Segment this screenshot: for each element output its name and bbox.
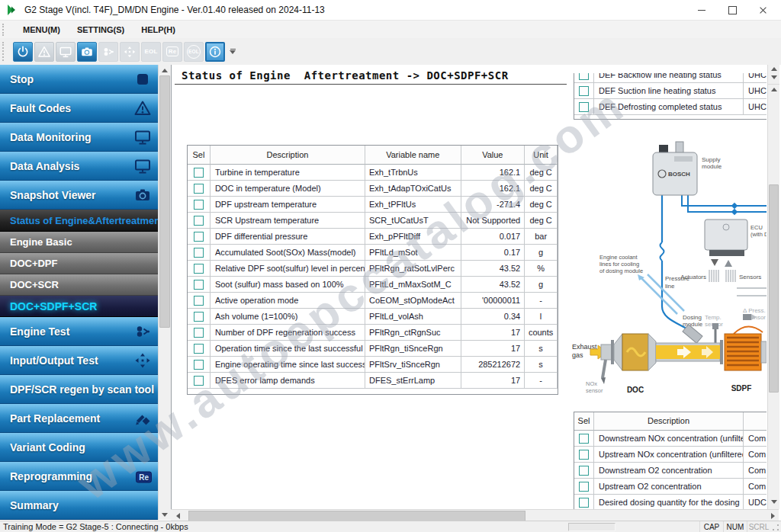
sidebar-item-data-analysis[interactable]: Data Analysis [0,152,158,181]
row-checkbox[interactable] [579,102,589,112]
toolbar-button-engine-test[interactable] [98,42,118,62]
sidebar-item-engine-test[interactable]: Engine Test [0,317,158,346]
toolbar-button-eol-2[interactable]: EOL [184,42,204,62]
sidebar-item-reprogramming[interactable]: Reprogramming Re [0,462,158,491]
toolbar-button-info[interactable] [205,42,225,62]
toolbar-button-data-monitoring[interactable] [56,42,76,62]
sidebar-item-dpf-scr-regen[interactable]: DPF/SCR regen by scan tool [0,375,158,404]
close-button[interactable] [747,0,778,20]
row-checkbox[interactable] [579,73,589,80]
row-value: 162.1 [461,165,525,181]
sidebar-item-fault-codes[interactable]: Fault Codes [0,94,158,123]
sidebar-item-status-engine-aftertreatment[interactable]: Status of Engine&Aftertreatment [0,210,158,232]
sidebar-item-doc-scr[interactable]: DOC+SCR [0,274,158,296]
sidebar-scroll-down-icon[interactable] [159,509,171,520]
right-scroll-thumb[interactable] [769,184,779,393]
row-unit: - [525,373,558,389]
row-checkbox[interactable] [194,216,204,226]
row-value: 43.52 [461,261,525,277]
resize-grip[interactable] [771,523,780,532]
sidebar-item-data-monitoring[interactable]: Data Monitoring [0,123,158,152]
sidebar-scroll-up-icon[interactable] [159,65,171,75]
toolbar-button-power[interactable] [13,42,33,62]
row-checkbox[interactable] [579,482,589,492]
sidebar-item-doc-sdpf-scr[interactable]: DOC+SDPF+SCR [0,296,158,317]
row-description: Downstream NOx concentration (unfiltered… [594,431,744,447]
scroll-right-icon[interactable] [767,510,779,521]
row-description: Accumulated Soot(SOx) Mass(model) [211,245,365,261]
row-checkbox[interactable] [194,328,204,338]
row-checkbox[interactable] [579,466,589,476]
toolbar-button-io-test[interactable] [120,42,140,62]
sidebar-item-stop[interactable]: Stop [0,65,158,94]
table-row: DOC in temperature (Model) Exh_tAdapTOxi… [188,181,558,197]
horizontal-scrollbar [171,509,779,521]
row-checkbox[interactable] [579,498,589,508]
sidebar-item-label: DOC+SDPF+SCR [10,300,97,312]
row-checkbox[interactable] [194,232,204,242]
sidebar-item-doc-dpf[interactable]: DOC+DPF [0,253,158,274]
table-header-row: Sel Description Variable name Value Unit [188,146,558,165]
row-checkbox[interactable] [579,86,589,96]
row-checkbox[interactable] [194,248,204,258]
row-checkbox[interactable] [194,312,204,322]
menu-item-settings[interactable]: SETTING(S) [77,25,124,34]
row-checkbox[interactable] [194,360,204,370]
horizontal-scroll-thumb[interactable] [188,511,525,521]
row-description: Ash volume (1=100%) [211,309,365,325]
scroll-left-icon[interactable] [172,510,183,521]
row-checkbox[interactable] [194,264,204,274]
row-checkbox[interactable] [194,296,204,306]
row-checkbox[interactable] [194,200,204,210]
sidebar-item-io-test[interactable]: Input/Output Test [0,346,158,375]
dosing-module-label: Dosing [683,314,702,321]
row-checkbox[interactable] [194,280,204,290]
panel-scroll-down-icon[interactable] [768,73,779,82]
row-description: DFES error lamp demands [211,373,365,389]
sidebar-scroll-thumb[interactable] [159,75,170,328]
press-sensor-label: Δ Press. [743,307,766,314]
toolbar-button-reprogram[interactable]: Re [162,42,182,62]
table-row: Number of DPF regeneration success PFltR… [188,325,558,341]
menu-item-menu[interactable]: MENU(M) [23,25,60,34]
sidebar-item-variant-coding[interactable]: Variant Coding [0,433,158,462]
sidebar-item-snapshot-viewer[interactable]: Snapshot Viewer [0,181,158,210]
table-row: Ash volume (1=100%) PFltLd_volAsh 0.34 l [188,309,558,325]
sidebar-item-label: Data Monitoring [10,131,92,143]
row-checkbox[interactable] [579,450,589,460]
row-unit: g [525,277,558,293]
io-arrows-icon [133,351,152,370]
row-value: 17 [461,373,525,389]
toolbar-button-eol[interactable]: EOL [141,42,161,62]
toolbar-button-snapshot[interactable] [77,42,97,62]
toolbar-overflow-chevron-icon[interactable] [230,49,236,54]
menu-item-help[interactable]: HELP(H) [141,25,175,34]
maximize-button[interactable] [717,0,747,20]
sidebar-item-label: Variant Coding [10,441,85,453]
row-checkbox[interactable] [194,344,204,354]
row-checkbox[interactable] [579,434,589,444]
table-scroll-down-icon[interactable] [768,496,779,507]
panel-scroll-up-icon[interactable] [768,65,779,73]
table-row: DFES error lamp demands DFES_stErrLamp 1… [188,373,558,389]
row-checkbox[interactable] [194,168,204,178]
row-variable: PFltRgn_ratSotLvlPerc [365,261,461,277]
sidebar-item-part-replacement[interactable]: Part Replacement [0,404,158,433]
row-value: UDC [744,495,767,509]
toolbar-button-fault-codes[interactable] [34,42,54,62]
row-value: 0.34 [461,309,525,325]
table-scroll-up-icon[interactable] [768,84,779,95]
svg-text:line: line [665,283,675,290]
monitor-icon [133,128,152,146]
row-description: Upstream NOx concentration (unfiltered) [594,447,744,463]
row-checkbox[interactable] [194,184,204,194]
sidebar-item-summary[interactable]: Summary [0,491,158,520]
row-checkbox[interactable] [194,376,204,386]
camera-icon [133,186,152,204]
warning-icon [37,45,51,59]
minimize-button[interactable] [686,0,717,20]
title-underline [175,84,567,85]
sidebar-item-engine-basic[interactable]: Engine Basic [0,232,158,253]
warning-icon [133,99,152,117]
row-value: 162.1 [461,181,525,197]
